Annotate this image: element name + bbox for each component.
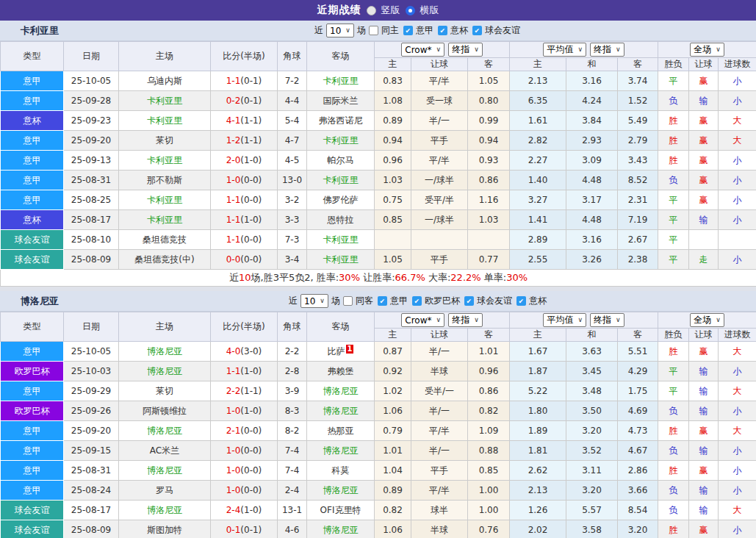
handicap-line bbox=[411, 230, 468, 250]
avg-home-odds: 2.82 bbox=[510, 131, 566, 151]
result-outcome: 胜 bbox=[658, 342, 689, 362]
average-select[interactable]: 平均值∨ bbox=[543, 43, 586, 57]
handicap-odds-away: 1.16 bbox=[468, 190, 510, 210]
handicap-odds-away: 0.93 bbox=[468, 151, 510, 171]
result-goals: 小 bbox=[719, 481, 756, 501]
horizontal-layout-label[interactable]: 横版 bbox=[420, 4, 439, 17]
handicap-line: 受平/半 bbox=[411, 190, 468, 210]
league-checkbox-3[interactable]: ✔ bbox=[516, 296, 526, 306]
same-venue-checkbox[interactable] bbox=[369, 26, 378, 35]
half-score: (0-0) bbox=[240, 254, 262, 265]
handicap-line: 平手 bbox=[411, 250, 468, 270]
scope-group-header: 全场∨ bbox=[658, 42, 756, 58]
home-team-name: 阿斯顿维拉 bbox=[143, 406, 187, 416]
vertical-layout-label[interactable]: 竖版 bbox=[381, 4, 400, 17]
scope-select[interactable]: 全场∨ bbox=[690, 43, 724, 57]
bookmaker-select[interactable]: Crow*∨ bbox=[401, 313, 444, 327]
match-date: 25-10-05 bbox=[64, 342, 119, 362]
league-checkbox-0[interactable]: ✔ bbox=[403, 26, 413, 35]
scope-select[interactable]: 全场∨ bbox=[690, 313, 724, 327]
away-team-name: 帕尔马 bbox=[328, 155, 354, 165]
handicap-odds-away: 0.86 bbox=[468, 171, 510, 190]
corner-score: 3-3 bbox=[278, 210, 307, 230]
away-team-cell: 卡利亚里 bbox=[307, 131, 375, 151]
subcol-outcome: 胜负 bbox=[658, 58, 689, 71]
handicap-odds-home: 0.85 bbox=[375, 210, 411, 230]
summary-big-label: 大率: bbox=[425, 272, 451, 283]
bookmaker-select[interactable]: Crow*∨ bbox=[401, 43, 444, 57]
home-team-cell: 那不勒斯 bbox=[119, 171, 211, 190]
chevron-down-icon: ∨ bbox=[345, 27, 350, 34]
avg-away-odds: 4.73 bbox=[618, 421, 658, 441]
home-team-name: 卡利亚里 bbox=[147, 115, 182, 126]
handicap-odds-away: 0.96 bbox=[468, 362, 510, 381]
handicap-odds-home: 0.87 bbox=[375, 342, 411, 362]
league-checkbox-1[interactable]: ✔ bbox=[412, 296, 422, 306]
handicap-odds-home: 1.08 bbox=[375, 91, 411, 111]
corner-score: 7-4 bbox=[278, 461, 307, 481]
avg-draw-odds: 3.84 bbox=[566, 111, 618, 131]
home-team-cell: 博洛尼亚 bbox=[119, 421, 211, 441]
recent-count-select[interactable]: 10∨ bbox=[300, 294, 328, 308]
competition-badge: 球会友谊 bbox=[1, 250, 64, 270]
competition-badge: 意甲 bbox=[1, 91, 64, 111]
match-row: 球会友谊 25-08-17 博洛尼亚 2-4(1-0) 13-1 OFI克里特 … bbox=[1, 501, 756, 520]
average-stage-select[interactable]: 终指∨ bbox=[590, 43, 624, 57]
avg-away-odds: 3.43 bbox=[618, 151, 658, 171]
recent-label: 近 bbox=[289, 295, 298, 307]
avg-home-odds: 1.41 bbox=[510, 210, 566, 230]
stage-select[interactable]: 终指∨ bbox=[448, 313, 483, 327]
away-team-name: 博洛尼亚 bbox=[323, 525, 359, 535]
away-team-name: 博洛尼亚 bbox=[323, 485, 359, 495]
handicap-odds-home: 0.75 bbox=[375, 190, 411, 210]
summary-handicap-rate: 66.7% bbox=[395, 272, 425, 283]
average-stage-select[interactable]: 终指∨ bbox=[590, 313, 624, 327]
result-handicap: 赢 bbox=[689, 421, 719, 441]
league-checkbox-0[interactable]: ✔ bbox=[378, 296, 387, 306]
average-select[interactable]: 平均值∨ bbox=[543, 313, 586, 327]
match-date: 25-09-28 bbox=[64, 91, 119, 111]
half-score: (3-0) bbox=[240, 346, 262, 356]
avg-home-odds: 1.87 bbox=[510, 362, 566, 381]
avg-home-odds: 1.89 bbox=[510, 421, 566, 441]
result-outcome: 胜 bbox=[658, 151, 689, 171]
home-team-name: AC米兰 bbox=[150, 445, 179, 456]
full-score: 1-0 bbox=[226, 445, 241, 456]
section-team-name: 卡利亚里 bbox=[21, 24, 59, 37]
league-label-0: 意甲 bbox=[416, 24, 433, 37]
away-team-cell: OFI克里特 bbox=[307, 501, 375, 520]
horizontal-layout-radio[interactable] bbox=[406, 6, 415, 15]
handicap-odds-away: 0.76 bbox=[468, 520, 510, 538]
result-outcome: 平 bbox=[658, 210, 689, 230]
avg-draw-odds: 4.48 bbox=[566, 210, 618, 230]
vertical-layout-radio[interactable] bbox=[367, 6, 376, 15]
recent-count-select[interactable]: 10∨ bbox=[326, 24, 354, 37]
result-goals: 大 bbox=[719, 421, 756, 441]
handicap-line: 球半 bbox=[411, 501, 468, 520]
avg-draw-odds: 3.20 bbox=[566, 421, 618, 441]
same-venue-label: 同主 bbox=[381, 24, 399, 37]
league-checkbox-2[interactable]: ✔ bbox=[472, 26, 482, 35]
avg-away-odds: 1.75 bbox=[618, 381, 658, 401]
competition-badge: 意甲 bbox=[1, 421, 64, 441]
stage-select[interactable]: 终指∨ bbox=[448, 43, 483, 57]
half-score: (0-0) bbox=[240, 465, 262, 476]
home-team-name: 乌迪内斯 bbox=[147, 76, 182, 86]
handicap-odds-away: 0.86 bbox=[468, 381, 510, 401]
subcol-handicap: 让球 bbox=[411, 329, 468, 342]
result-outcome: 平 bbox=[658, 362, 689, 381]
subcol-handicap: 让球 bbox=[411, 58, 468, 71]
score-cell: 2-2(1-1) bbox=[211, 381, 278, 401]
avg-away-odds: 5.51 bbox=[618, 342, 658, 362]
subcol-home-odds: 主 bbox=[375, 329, 411, 342]
league-checkbox-1[interactable]: ✔ bbox=[438, 26, 447, 35]
team-rank-badge: 1 bbox=[346, 345, 354, 354]
subcol-outcome: 胜负 bbox=[658, 329, 689, 342]
same-venue-checkbox[interactable] bbox=[343, 296, 353, 306]
chevron-down-icon: ∨ bbox=[616, 46, 621, 53]
competition-badge: 球会友谊 bbox=[1, 230, 64, 250]
league-checkbox-2[interactable]: ✔ bbox=[464, 296, 474, 306]
match-date: 25-09-13 bbox=[64, 151, 119, 171]
avg-draw-odds: 3.48 bbox=[566, 381, 618, 401]
col-date: 日期 bbox=[64, 312, 119, 342]
